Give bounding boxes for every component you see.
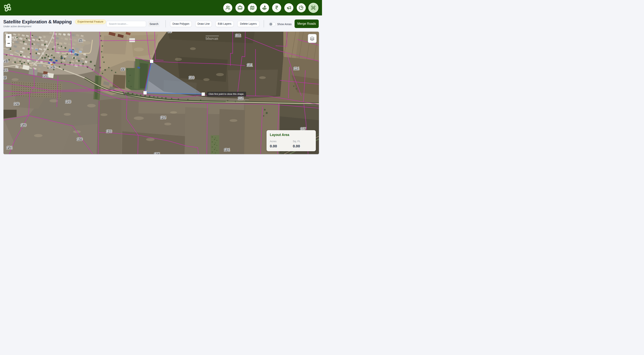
svg-text:149: 149 [14, 102, 20, 106]
svg-text:101: 101 [247, 63, 252, 67]
svg-text:142: 142 [50, 65, 55, 69]
svg-text:141: 141 [43, 74, 48, 78]
svg-text:99: 99 [121, 67, 125, 71]
svg-text:136: 136 [160, 115, 166, 120]
svg-text:116: 116 [238, 96, 243, 100]
svg-text:102: 102 [235, 33, 241, 37]
svg-text:45: 45 [4, 76, 6, 80]
svg-text:144: 144 [4, 68, 8, 72]
svg-text:140: 140 [66, 100, 71, 104]
svg-text:bhuvan: bhuvan [206, 36, 218, 41]
svg-text:93: 93 [168, 32, 172, 33]
svg-text:134: 134 [224, 148, 230, 152]
svg-text:92: 92 [79, 38, 82, 42]
svg-text:114: 114 [294, 66, 299, 70]
svg-text:143: 143 [4, 59, 8, 63]
svg-text:154: 154 [6, 146, 12, 150]
svg-text:150: 150 [21, 123, 26, 127]
svg-text:138: 138 [106, 129, 112, 133]
svg-text:139: 139 [77, 137, 82, 141]
svg-text:100: 100 [189, 75, 194, 80]
svg-text:135: 135 [154, 152, 160, 154]
